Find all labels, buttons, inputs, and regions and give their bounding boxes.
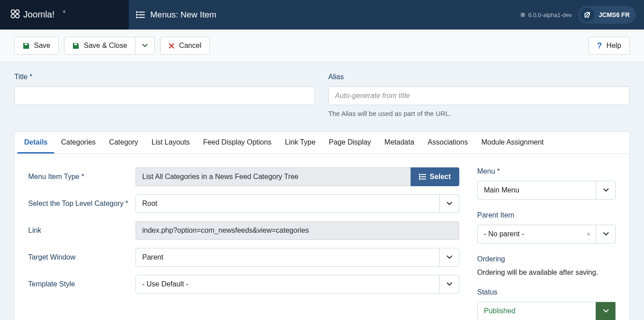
tab-categories[interactable]: Categories bbox=[54, 132, 102, 154]
target-window-value: Parent bbox=[136, 253, 439, 261]
form-main-column: Menu Item Type * List All Categories in … bbox=[28, 167, 459, 320]
label-link: Link bbox=[28, 226, 136, 235]
label-ordering: Ordering bbox=[477, 255, 616, 263]
title-label: Title * bbox=[14, 73, 315, 81]
form-side-column: Menu * Main Menu Parent Item - No parent… bbox=[477, 167, 616, 320]
site-link-badge[interactable]: JCMS6 FR bbox=[578, 6, 636, 24]
tab-details[interactable]: Details bbox=[17, 132, 54, 154]
side-menu: Menu * Main Menu bbox=[477, 167, 616, 200]
title-input[interactable] bbox=[14, 86, 315, 105]
help-icon: ? bbox=[597, 41, 602, 51]
title-field: Title * bbox=[14, 73, 315, 105]
tab-list-layouts[interactable]: List Layouts bbox=[145, 132, 196, 154]
save-close-label: Save & Close bbox=[84, 42, 127, 50]
label-menu: Menu * bbox=[477, 167, 616, 175]
svg-point-20 bbox=[419, 179, 420, 179]
template-style-value: - Use Default - bbox=[136, 280, 439, 288]
row-link: Link index.php?option=com_newsfeeds&view… bbox=[28, 221, 459, 240]
list-icon bbox=[419, 174, 426, 180]
alias-label: Alias bbox=[328, 73, 630, 81]
site-badge-text: JCMS6 FR bbox=[599, 11, 630, 18]
save-close-group: Save & Close bbox=[64, 37, 155, 55]
target-window-select[interactable]: Parent bbox=[136, 248, 459, 267]
status-value: Published bbox=[478, 307, 596, 315]
link-value: index.php?option=com_newsfeeds&view=cate… bbox=[136, 221, 459, 240]
label-status: Status bbox=[477, 288, 616, 296]
svg-point-10 bbox=[136, 17, 137, 18]
side-parent-item: Parent Item - No parent - × bbox=[477, 211, 616, 243]
label-menu-item-type: Menu Item Type * bbox=[28, 173, 136, 181]
svg-point-2 bbox=[11, 14, 15, 18]
save-dropdown-button[interactable] bbox=[136, 37, 155, 55]
tab-link-type[interactable]: Link Type bbox=[278, 132, 322, 154]
page-title: Menus: New Item bbox=[129, 0, 516, 30]
side-ordering: Ordering Ordering will be available afte… bbox=[477, 255, 616, 277]
side-status: Status Published bbox=[477, 288, 616, 320]
svg-point-14 bbox=[523, 15, 525, 17]
tab-category[interactable]: Category bbox=[102, 132, 145, 154]
version-text: 6.0.0-alpha1-dev bbox=[528, 12, 572, 18]
title-alias-row: Title * Alias The Alias will be used as … bbox=[14, 73, 630, 117]
top-level-category-select[interactable]: Root bbox=[136, 194, 459, 213]
menu-value: Main Menu bbox=[478, 186, 596, 194]
template-style-select[interactable]: - Use Default - bbox=[136, 275, 459, 294]
tabs-bar: Details Categories Category List Layouts… bbox=[15, 132, 629, 154]
tab-associations[interactable]: Associations bbox=[421, 132, 475, 154]
chevron-down-icon bbox=[439, 248, 459, 266]
tab-feed-display[interactable]: Feed Display Options bbox=[196, 132, 278, 154]
label-target-window: Target Window bbox=[28, 253, 136, 261]
svg-point-1 bbox=[16, 10, 19, 13]
save-close-button[interactable]: Save & Close bbox=[64, 37, 136, 55]
menu-select[interactable]: Main Menu bbox=[477, 181, 616, 200]
form-body: Menu Item Type * List All Categories in … bbox=[15, 154, 629, 320]
toolbar: Save Save & Close Cancel ? Help bbox=[0, 30, 644, 62]
brand-text: Joomla! bbox=[23, 9, 55, 19]
joomla-icon bbox=[520, 12, 525, 17]
row-target-window: Target Window Parent bbox=[28, 248, 459, 267]
cancel-button[interactable]: Cancel bbox=[160, 37, 210, 55]
save-label: Save bbox=[34, 42, 50, 50]
close-icon bbox=[169, 43, 174, 49]
clear-icon[interactable]: × bbox=[581, 225, 596, 243]
save-icon bbox=[23, 43, 30, 49]
version-badge[interactable]: 6.0.0-alpha1-dev bbox=[520, 12, 572, 18]
row-top-level-category: Select the Top Level Category * Root bbox=[28, 194, 459, 213]
svg-point-9 bbox=[136, 14, 137, 15]
chevron-down-icon bbox=[142, 43, 148, 48]
chevron-down-icon bbox=[439, 275, 459, 293]
header-right: 6.0.0-alpha1-dev JCMS6 FR bbox=[516, 0, 644, 30]
chevron-down-icon bbox=[596, 302, 615, 320]
label-parent-item: Parent Item bbox=[477, 211, 616, 219]
brand-logo[interactable]: Joomla! ® bbox=[0, 0, 129, 30]
select-btn-label: Select bbox=[430, 173, 451, 181]
svg-point-19 bbox=[419, 176, 420, 177]
app-header: Joomla! ® Menus: New Item 6.0.0-alpha1-d… bbox=[0, 0, 644, 30]
chevron-down-icon bbox=[439, 195, 459, 213]
help-label: Help bbox=[606, 42, 621, 50]
row-menu-item-type: Menu Item Type * List All Categories in … bbox=[28, 167, 459, 186]
svg-point-8 bbox=[136, 12, 137, 13]
page-title-text: Menus: New Item bbox=[150, 10, 216, 20]
ordering-text: Ordering will be available after saving. bbox=[477, 269, 616, 277]
alias-help: The Alias will be used as part of the UR… bbox=[328, 110, 630, 117]
content-area: Title * Alias The Alias will be used as … bbox=[0, 62, 644, 320]
help-button[interactable]: ? Help bbox=[589, 37, 630, 55]
label-template-style: Template Style bbox=[28, 280, 136, 288]
tab-metadata[interactable]: Metadata bbox=[378, 132, 421, 154]
parent-item-select[interactable]: - No parent - × bbox=[477, 225, 616, 243]
svg-point-3 bbox=[16, 14, 19, 18]
tab-module-assignment[interactable]: Module Assignment bbox=[475, 132, 551, 154]
cancel-label: Cancel bbox=[179, 42, 201, 50]
save-icon bbox=[72, 43, 79, 49]
alias-input[interactable] bbox=[328, 86, 630, 105]
tab-page-display[interactable]: Page Display bbox=[322, 132, 377, 154]
external-link-icon bbox=[580, 8, 594, 22]
chevron-down-icon bbox=[596, 181, 615, 199]
row-template-style: Template Style - Use Default - bbox=[28, 275, 459, 294]
menu-item-type-value: List All Categories in a News Feed Categ… bbox=[136, 167, 411, 186]
save-button[interactable]: Save bbox=[14, 37, 59, 55]
status-select[interactable]: Published bbox=[477, 302, 616, 320]
svg-point-0 bbox=[11, 10, 15, 13]
chevron-down-icon bbox=[596, 225, 615, 243]
select-menu-item-type-button[interactable]: Select bbox=[411, 167, 459, 186]
